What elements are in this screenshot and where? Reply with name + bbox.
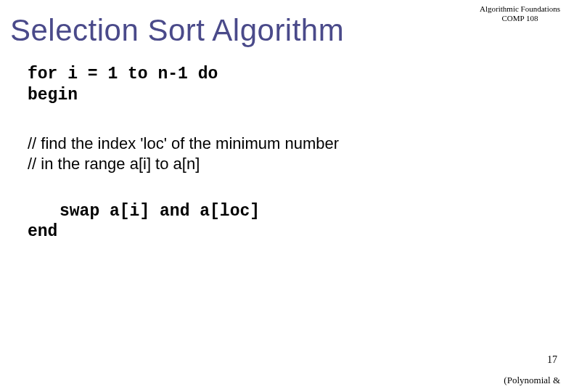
course-code: COMP 108	[480, 14, 560, 23]
comment-block: // find the index 'loc' of the minimum n…	[28, 134, 566, 175]
comment-line-2: // in the range a[i] to a[n]	[28, 154, 566, 175]
slide-content: for i = 1 to n-1 do begin // find the in…	[28, 64, 566, 242]
code-line-begin: begin	[28, 85, 566, 106]
code-line-swap: swap a[i] and a[loc]	[28, 201, 566, 222]
header-course-info: Algorithmic Foundations COMP 108	[480, 4, 560, 23]
comment-line-1: // find the index 'loc' of the minimum n…	[28, 134, 566, 155]
course-title: Algorithmic Foundations	[480, 4, 560, 14]
code-line-end: end	[28, 221, 566, 242]
footer-text: (Polynomial &	[504, 375, 560, 386]
page-number: 17	[547, 354, 557, 366]
code-block-end: swap a[i] and a[loc] end	[28, 201, 566, 243]
code-line-for: for i = 1 to n-1 do	[28, 64, 566, 85]
